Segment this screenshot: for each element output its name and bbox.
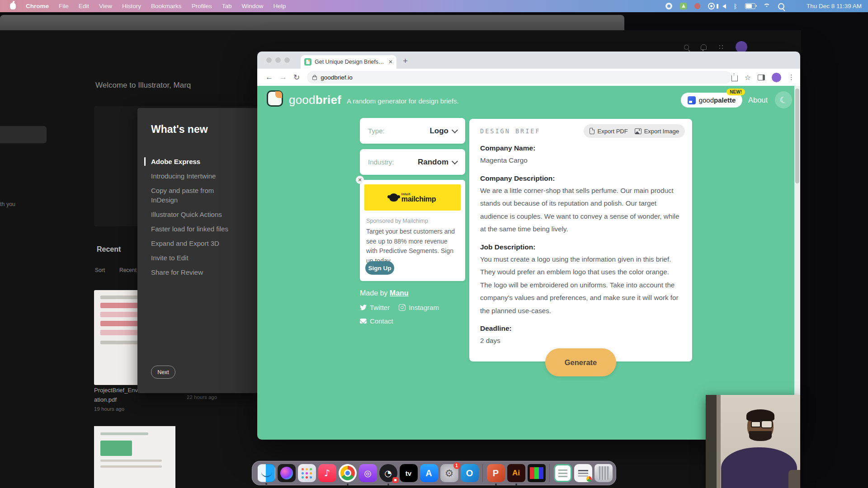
- type-dropdown[interactable]: Type: Logo: [360, 118, 465, 144]
- author-link[interactable]: Manu: [390, 289, 409, 297]
- reload-button[interactable]: ↻: [293, 73, 300, 82]
- sidebar-selected-item[interactable]: [0, 126, 47, 143]
- goodpalette-button[interactable]: goodpalette NEW!: [681, 93, 742, 108]
- dock-obs-icon[interactable]: ◔: [379, 464, 397, 482]
- menu-tab[interactable]: Tab: [222, 3, 232, 9]
- background-window-titlebar[interactable]: [0, 15, 624, 30]
- bluetooth-icon[interactable]: ᛒ: [734, 3, 737, 10]
- menu-chrome[interactable]: Chrome: [26, 3, 49, 9]
- dock-color-bars-icon[interactable]: [528, 464, 546, 482]
- recent-file-name[interactable]: ProjectBrief_Env ation.pdf: [94, 385, 138, 404]
- camera-app-icon[interactable]: [665, 3, 672, 9]
- control-center-icon[interactable]: [792, 3, 799, 9]
- forward-button[interactable]: →: [279, 73, 287, 82]
- goodpalette-icon: [688, 96, 696, 104]
- dark-mode-toggle[interactable]: ☾: [773, 89, 794, 110]
- dock-podcasts-icon[interactable]: ◎: [359, 464, 377, 482]
- minimize-window-button[interactable]: [275, 57, 281, 63]
- dock-trash-icon[interactable]: [594, 464, 613, 482]
- back-button[interactable]: ←: [265, 73, 273, 82]
- whats-new-item-copy-paste[interactable]: Copy and paste from InDesign: [151, 186, 231, 205]
- wifi-icon[interactable]: [763, 4, 770, 9]
- obs-status-icon[interactable]: [708, 3, 715, 9]
- dock-downloads-icon[interactable]: [574, 464, 592, 482]
- search-icon[interactable]: [684, 45, 689, 50]
- apps-grid-icon[interactable]: [718, 44, 724, 50]
- dock-siri-icon[interactable]: [278, 464, 296, 482]
- volume-icon[interactable]: [722, 4, 726, 9]
- whats-new-item-quick-actions[interactable]: Illustrator Quick Actions: [151, 210, 231, 219]
- browser-menu-icon[interactable]: ⋮: [788, 73, 795, 81]
- sort-value[interactable]: Recent: [119, 267, 137, 273]
- browser-tab[interactable]: Get Unique Design Briefs - Cr ✕: [301, 55, 396, 69]
- dock-launchpad-icon[interactable]: [298, 464, 316, 482]
- dock-system-preferences-icon[interactable]: ⚙1: [440, 464, 458, 482]
- whats-new-item-adobe-express[interactable]: Adobe Express: [151, 157, 231, 166]
- whats-new-item-invite[interactable]: Invite to Edit: [151, 253, 231, 263]
- profile-avatar[interactable]: [772, 73, 781, 82]
- dock-music-icon[interactable]: ♪: [318, 464, 336, 482]
- desktop: Welcome to Illustrator, Marq th you Rece…: [0, 0, 868, 488]
- menu-help[interactable]: Help: [273, 3, 286, 9]
- whats-new-item-intertwine[interactable]: Introducing Intertwine: [151, 171, 231, 181]
- export-image-button[interactable]: Export Image: [635, 128, 679, 135]
- menu-history[interactable]: History: [122, 3, 141, 9]
- next-button[interactable]: Next: [151, 366, 175, 379]
- chevron-down-icon: [452, 158, 458, 164]
- goodbrief-wordmark[interactable]: goodbrief: [289, 93, 341, 107]
- url-text: goodbrief.io: [321, 74, 353, 81]
- dock-app-store-icon[interactable]: A: [420, 464, 438, 482]
- recent-file2-thumbnail[interactable]: [94, 426, 175, 488]
- red-app-icon[interactable]: [694, 3, 700, 9]
- webcam-overlay: [706, 395, 800, 488]
- sort-label[interactable]: Sort: [95, 267, 105, 273]
- mailchimp-ad-banner[interactable]: intuit mailchimp: [364, 184, 461, 211]
- menu-view[interactable]: View: [99, 3, 112, 9]
- menu-clock[interactable]: Thu Dec 8 11:39 AM: [807, 3, 862, 9]
- address-bar[interactable]: goodbrief.io: [307, 71, 731, 84]
- whats-new-item-export-3d[interactable]: Expand and Export 3D: [151, 239, 231, 248]
- close-ad-icon[interactable]: ✕: [356, 176, 364, 184]
- green-app-icon[interactable]: [680, 3, 687, 9]
- export-pdf-button[interactable]: Export PDF: [590, 128, 627, 135]
- page-scrollbar[interactable]: [794, 86, 800, 440]
- dock-chrome-icon[interactable]: [339, 464, 357, 482]
- close-window-button[interactable]: [266, 57, 272, 63]
- sign-up-button[interactable]: Sign Up: [365, 261, 394, 275]
- lock-icon[interactable]: [312, 76, 317, 80]
- whats-new-item-share-review[interactable]: Share for Review: [151, 267, 231, 277]
- notifications-bell-icon[interactable]: [701, 44, 707, 50]
- brief-body: Company Name: Magenta Cargo Company Desc…: [480, 144, 681, 355]
- bookmark-star-icon[interactable]: ☆: [745, 73, 751, 82]
- instagram-link[interactable]: Instagram: [399, 304, 439, 311]
- dock-finder-icon[interactable]: [257, 464, 275, 482]
- twitter-link[interactable]: Twitter: [360, 304, 390, 311]
- spotlight-icon[interactable]: [778, 3, 784, 9]
- menu-profiles[interactable]: Profiles: [192, 3, 212, 9]
- dock-powerpoint-icon[interactable]: P: [487, 464, 505, 482]
- dock-documents-folder-icon[interactable]: [554, 464, 572, 482]
- about-link[interactable]: About: [748, 96, 768, 104]
- new-tab-button[interactable]: +: [403, 56, 408, 66]
- document-icon: [590, 128, 594, 134]
- zoom-window-button[interactable]: [284, 57, 290, 63]
- scrollbar-thumb[interactable]: [795, 89, 799, 183]
- side-panel-icon[interactable]: [758, 75, 765, 80]
- browser-toolbar: ← → ↻ goodbrief.io ☆ ⋮: [257, 69, 800, 86]
- menu-window[interactable]: Window: [241, 3, 263, 9]
- dock-illustrator-icon[interactable]: Ai: [507, 464, 525, 482]
- dock-outlook-icon[interactable]: O: [461, 464, 479, 482]
- contact-link[interactable]: Contact: [360, 317, 393, 325]
- dock-apple-tv-icon[interactable]: tv: [400, 464, 418, 482]
- generate-button[interactable]: Generate: [545, 348, 616, 376]
- whats-new-item-faster-load[interactable]: Faster load for linked files: [151, 224, 231, 234]
- share-icon[interactable]: [731, 75, 738, 81]
- menu-edit[interactable]: Edit: [79, 3, 89, 9]
- goodbrief-logo-icon[interactable]: [267, 90, 283, 107]
- apple-menu-icon[interactable]: [10, 3, 16, 9]
- menu-file[interactable]: File: [59, 3, 69, 9]
- battery-icon[interactable]: [745, 3, 755, 9]
- industry-dropdown[interactable]: Industry: Random: [360, 149, 465, 175]
- menu-bookmarks[interactable]: Bookmarks: [151, 3, 182, 9]
- close-tab-icon[interactable]: ✕: [388, 59, 393, 65]
